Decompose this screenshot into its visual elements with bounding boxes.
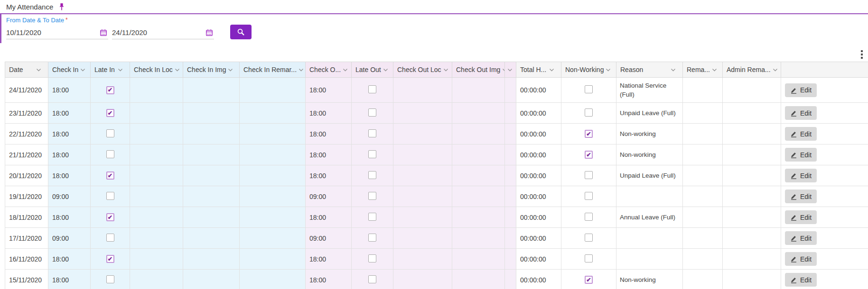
to-date-input[interactable] — [112, 28, 205, 36]
table-cell-total-hours: 00:00:00 — [516, 207, 561, 228]
chevron-down-icon[interactable] — [671, 68, 676, 72]
chevron-down-icon[interactable] — [228, 68, 233, 72]
calendar-icon[interactable] — [205, 29, 214, 36]
late-in-checkbox[interactable]: ✔ — [106, 86, 114, 94]
table-cell-check-out-loc — [393, 124, 452, 144]
late-out-checkbox[interactable] — [368, 213, 376, 221]
column-header-check-in[interactable]: Check In — [48, 62, 91, 78]
table-cell-late-out — [352, 207, 393, 228]
chevron-down-icon[interactable] — [502, 68, 504, 72]
late-out-checkbox[interactable] — [368, 234, 376, 242]
late-out-checkbox[interactable] — [368, 150, 376, 158]
non-working-checkbox[interactable]: ✔ — [585, 151, 593, 159]
edit-button[interactable]: Edit — [785, 148, 817, 162]
edit-button[interactable]: Edit — [785, 127, 817, 141]
chevron-down-icon[interactable] — [507, 68, 513, 72]
late-in-checkbox[interactable] — [106, 234, 114, 242]
edit-button[interactable]: Edit — [785, 231, 817, 245]
non-working-checkbox[interactable]: ✔ — [585, 130, 593, 138]
pencil-icon — [790, 255, 797, 262]
edit-button[interactable]: Edit — [785, 106, 817, 120]
table-cell-gap — [505, 144, 516, 165]
table-cell-check-in-remark — [240, 249, 306, 270]
late-in-checkbox[interactable]: ✔ — [106, 213, 114, 221]
chevron-down-icon[interactable] — [36, 68, 41, 72]
non-working-checkbox[interactable] — [585, 108, 593, 117]
table-cell-check-out: 18:00 — [306, 124, 352, 144]
chevron-down-icon[interactable] — [299, 68, 304, 72]
edit-button[interactable]: Edit — [785, 252, 817, 266]
table-cell-check-out-img — [452, 186, 505, 207]
required-asterisk: * — [65, 17, 68, 23]
non-working-checkbox[interactable] — [585, 234, 593, 242]
edit-button-label: Edit — [800, 235, 812, 242]
column-header-late-out[interactable]: Late Out — [352, 62, 393, 78]
table-cell-late-in: ✔ — [91, 103, 130, 124]
column-header-admin-remark[interactable]: Admin Rema... — [723, 62, 781, 78]
late-in-checkbox[interactable]: ✔ — [106, 172, 114, 180]
late-out-checkbox[interactable] — [368, 254, 376, 262]
late-out-checkbox[interactable] — [368, 171, 376, 179]
column-header-check-out[interactable]: Check O... — [306, 62, 352, 78]
non-working-checkbox[interactable] — [585, 254, 593, 262]
non-working-checkbox[interactable] — [585, 192, 593, 200]
table-cell-reason: National Service (Full) — [616, 78, 683, 103]
chevron-down-icon[interactable] — [773, 68, 778, 72]
edit-button-label: Edit — [800, 193, 812, 200]
edit-button[interactable]: Edit — [785, 210, 817, 224]
late-out-checkbox[interactable] — [368, 275, 376, 283]
chevron-down-icon[interactable] — [383, 68, 388, 72]
grid-options-kebab-icon[interactable] — [860, 49, 864, 60]
column-header-date[interactable]: Date — [5, 62, 48, 78]
chevron-down-icon[interactable] — [80, 68, 85, 72]
late-out-checkbox[interactable] — [368, 192, 376, 200]
chevron-down-icon[interactable] — [712, 68, 717, 72]
table-cell-late-in: ✔ — [91, 249, 130, 270]
column-header-check-in-img[interactable]: Check In Img — [183, 62, 240, 78]
non-working-checkbox[interactable] — [585, 213, 593, 221]
table-cell-check-out-img — [452, 103, 505, 124]
late-in-checkbox[interactable] — [106, 275, 114, 283]
search-button[interactable] — [230, 25, 252, 39]
chevron-down-icon[interactable] — [443, 68, 448, 72]
edit-button[interactable]: Edit — [785, 190, 817, 203]
column-header-remark[interactable]: Rema... — [683, 62, 723, 78]
late-in-checkbox[interactable]: ✔ — [106, 109, 114, 117]
table-cell-check-in: 09:00 — [48, 228, 91, 249]
chevron-down-icon[interactable] — [606, 68, 611, 72]
late-in-checkbox[interactable]: ✔ — [106, 255, 114, 263]
column-header-late-in[interactable]: Late In — [91, 62, 130, 78]
late-in-checkbox[interactable] — [106, 192, 114, 200]
late-in-checkbox[interactable] — [106, 150, 114, 158]
late-out-checkbox[interactable] — [368, 108, 376, 117]
table-cell-late-in: ✔ — [91, 165, 130, 186]
attendance-page: My Attendance From Date & To Date* — [0, 0, 868, 289]
column-header-check-in-remark[interactable]: Check In Remar... — [240, 62, 306, 78]
column-header-reason[interactable]: Reason — [616, 62, 683, 78]
from-date-input[interactable] — [6, 28, 99, 36]
column-header-check-out-loc[interactable]: Check Out Loc — [393, 62, 452, 78]
column-header-gap[interactable] — [505, 62, 516, 78]
chevron-down-icon[interactable] — [118, 68, 123, 72]
pin-icon[interactable] — [58, 3, 65, 11]
calendar-icon[interactable] — [99, 29, 108, 36]
non-working-checkbox[interactable] — [585, 171, 593, 179]
late-in-checkbox[interactable] — [106, 129, 114, 137]
column-header-non-working[interactable]: Non-Working — [561, 62, 616, 78]
chevron-down-icon[interactable] — [343, 68, 348, 72]
edit-button[interactable]: Edit — [785, 273, 817, 287]
column-header-total-hours[interactable]: Total H... — [516, 62, 561, 78]
edit-button-label: Edit — [800, 255, 812, 263]
edit-button[interactable]: Edit — [785, 169, 817, 182]
column-header-check-in-loc[interactable]: Check In Loc — [130, 62, 183, 78]
column-header-check-out-img[interactable]: Check Out Img — [452, 62, 505, 78]
chevron-down-icon[interactable] — [549, 68, 554, 72]
late-out-checkbox[interactable] — [368, 129, 376, 137]
edit-button-label: Edit — [800, 276, 812, 284]
non-working-checkbox[interactable]: ✔ — [585, 276, 593, 284]
edit-button[interactable]: Edit — [785, 83, 817, 97]
late-out-checkbox[interactable] — [368, 85, 376, 93]
edit-button-label: Edit — [800, 109, 812, 117]
chevron-down-icon[interactable] — [175, 68, 180, 72]
non-working-checkbox[interactable] — [585, 85, 593, 93]
